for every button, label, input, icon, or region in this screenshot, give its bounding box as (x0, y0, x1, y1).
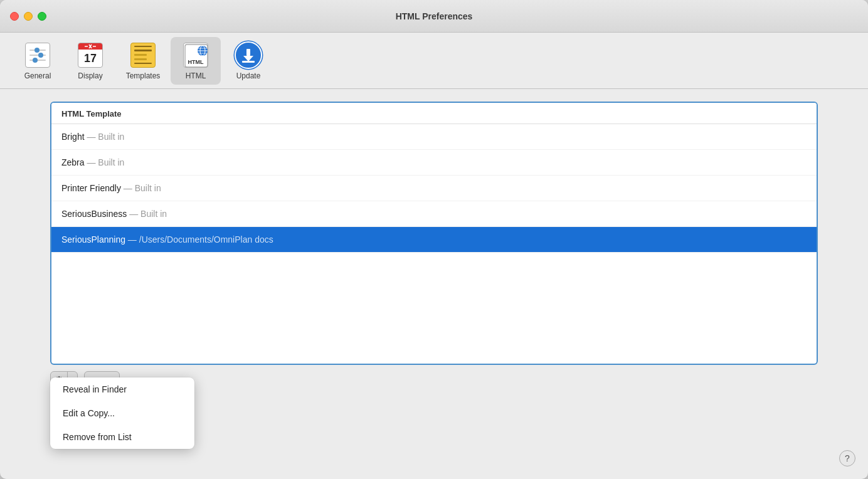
toolbar: General 17 Display (0, 33, 868, 89)
list-item[interactable]: Printer Friendly — Built in (51, 176, 817, 201)
item-name: Zebra (61, 157, 85, 167)
item-suffix: — Built in (87, 132, 124, 142)
toolbar-label-update: Update (236, 71, 261, 80)
item-name: SeriousPlanning (61, 234, 125, 245)
templates-icon (129, 41, 157, 69)
list-item[interactable]: Zebra — Built in (51, 150, 817, 176)
list-item[interactable]: Bright — Built in (51, 124, 817, 150)
html-template-list: HTML Template Bright — Built in Zebra — … (50, 102, 818, 365)
list-item-selected[interactable]: SeriousPlanning — /Users/Documents/OmniP… (51, 227, 817, 253)
calendar-icon: 17 (77, 41, 104, 69)
maximize-button[interactable] (38, 12, 46, 21)
reveal-finder-item[interactable]: Reveal in Finder (50, 377, 194, 401)
svg-rect-10 (246, 49, 250, 56)
html-icon: HTML (182, 41, 209, 69)
list-item[interactable]: SeriousBusiness — Built in (51, 201, 817, 227)
item-name: Bright (61, 132, 85, 142)
edit-copy-item[interactable]: Edit a Copy... (50, 401, 194, 425)
item-name: Printer Friendly (61, 183, 121, 193)
svg-rect-12 (242, 61, 255, 63)
svg-marker-11 (243, 56, 253, 61)
toolbar-item-display[interactable]: 17 Display (65, 37, 115, 85)
item-name: SeriousBusiness (61, 209, 127, 219)
item-suffix: — Built in (129, 209, 167, 219)
remove-list-item[interactable]: Remove from List (50, 425, 194, 449)
toolbar-label-html: HTML (186, 71, 206, 80)
minimize-button[interactable] (24, 12, 33, 21)
window-title: HTML Preferences (396, 11, 473, 21)
toolbar-label-general: General (24, 71, 51, 80)
gear-dropdown-menu: Reveal in Finder Edit a Copy... Remove f… (50, 377, 194, 449)
list-header: HTML Template (51, 103, 817, 124)
help-button[interactable]: ? (839, 450, 855, 466)
toolbar-item-update[interactable]: Update (223, 37, 273, 85)
toolbar-label-templates: Templates (126, 71, 161, 80)
item-suffix: — /Users/Documents/OmniPlan docs (128, 234, 273, 245)
toolbar-item-html[interactable]: HTML HTML (171, 37, 221, 85)
window: HTML Preferences General 17 (0, 0, 868, 479)
main-content: HTML Template Bright — Built in Zebra — … (0, 89, 868, 479)
item-suffix: — Built in (87, 157, 124, 167)
sliders-icon (24, 41, 51, 69)
toolbar-label-display: Display (78, 71, 102, 80)
toolbar-item-templates[interactable]: Templates (118, 37, 168, 85)
item-suffix: — Built in (124, 183, 161, 193)
title-bar: HTML Preferences (0, 0, 868, 33)
close-button[interactable] (10, 12, 19, 21)
toolbar-item-general[interactable]: General (13, 37, 63, 85)
download-icon (235, 41, 262, 69)
traffic-lights (10, 12, 46, 21)
